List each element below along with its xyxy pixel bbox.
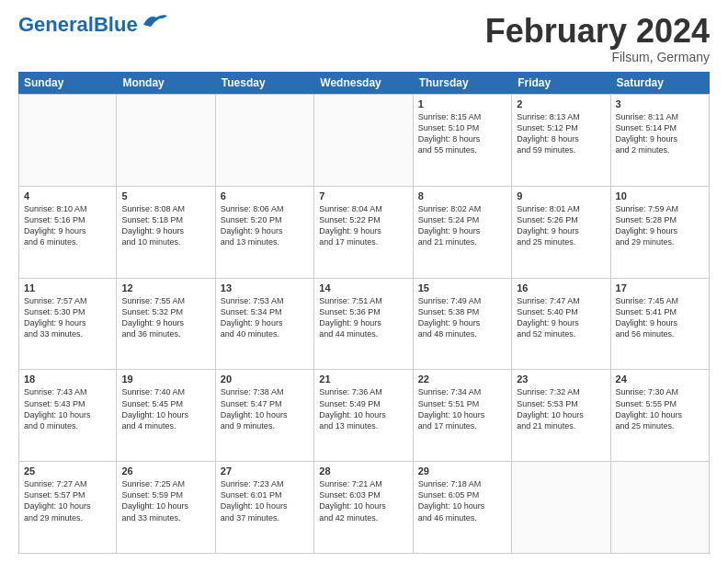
empty-cell xyxy=(216,95,314,186)
logo-blue: Blue xyxy=(94,13,138,36)
logo-general: General xyxy=(18,13,94,36)
day-number: 15 xyxy=(418,282,506,293)
day-info: Sunrise: 7:25 AM Sunset: 5:59 PM Dayligh… xyxy=(121,478,210,523)
header-day-saturday: Saturday xyxy=(611,72,710,94)
calendar-body: 1Sunrise: 8:15 AM Sunset: 5:10 PM Daylig… xyxy=(18,94,710,554)
day-number: 7 xyxy=(319,190,407,201)
day-info: Sunrise: 8:04 AM Sunset: 5:22 PM Dayligh… xyxy=(319,203,407,248)
day-cell-21: 21Sunrise: 7:36 AM Sunset: 5:49 PM Dayli… xyxy=(314,370,413,461)
calendar-row-1: 1Sunrise: 8:15 AM Sunset: 5:10 PM Daylig… xyxy=(18,94,710,187)
day-cell-6: 6Sunrise: 8:06 AM Sunset: 5:20 PM Daylig… xyxy=(216,187,314,278)
day-cell-20: 20Sunrise: 7:38 AM Sunset: 5:47 PM Dayli… xyxy=(216,370,314,461)
day-number: 1 xyxy=(418,98,506,109)
day-info: Sunrise: 8:02 AM Sunset: 5:24 PM Dayligh… xyxy=(418,203,506,248)
day-number: 4 xyxy=(24,190,111,201)
day-number: 8 xyxy=(418,190,506,201)
day-cell-8: 8Sunrise: 8:02 AM Sunset: 5:24 PM Daylig… xyxy=(414,187,512,278)
day-number: 26 xyxy=(121,465,210,477)
day-info: Sunrise: 7:36 AM Sunset: 5:49 PM Dayligh… xyxy=(319,386,407,431)
day-info: Sunrise: 7:45 AM Sunset: 5:41 PM Dayligh… xyxy=(616,295,704,340)
day-info: Sunrise: 7:18 AM Sunset: 6:05 PM Dayligh… xyxy=(418,478,506,523)
day-cell-12: 12Sunrise: 7:55 AM Sunset: 5:32 PM Dayli… xyxy=(117,279,215,370)
day-number: 28 xyxy=(319,465,407,477)
title-block: February 2024 Filsum, Germany xyxy=(485,15,710,64)
day-number: 25 xyxy=(24,465,111,477)
empty-cell xyxy=(314,95,413,186)
header-day-sunday: Sunday xyxy=(18,72,117,94)
day-cell-5: 5Sunrise: 8:08 AM Sunset: 5:18 PM Daylig… xyxy=(117,187,215,278)
day-info: Sunrise: 7:55 AM Sunset: 5:32 PM Dayligh… xyxy=(121,295,210,340)
day-info: Sunrise: 8:15 AM Sunset: 5:10 PM Dayligh… xyxy=(418,111,506,156)
calendar-row-4: 18Sunrise: 7:43 AM Sunset: 5:43 PM Dayli… xyxy=(18,370,710,462)
day-cell-28: 28Sunrise: 7:21 AM Sunset: 6:03 PM Dayli… xyxy=(314,462,413,553)
day-cell-2: 2Sunrise: 8:13 AM Sunset: 5:12 PM Daylig… xyxy=(512,95,610,186)
day-cell-14: 14Sunrise: 7:51 AM Sunset: 5:36 PM Dayli… xyxy=(314,279,413,370)
day-cell-26: 26Sunrise: 7:25 AM Sunset: 5:59 PM Dayli… xyxy=(117,462,215,553)
day-info: Sunrise: 8:13 AM Sunset: 5:12 PM Dayligh… xyxy=(517,111,605,156)
location: Filsum, Germany xyxy=(485,50,710,64)
day-cell-19: 19Sunrise: 7:40 AM Sunset: 5:45 PM Dayli… xyxy=(117,370,215,461)
day-info: Sunrise: 7:27 AM Sunset: 5:57 PM Dayligh… xyxy=(24,478,111,523)
day-cell-18: 18Sunrise: 7:43 AM Sunset: 5:43 PM Dayli… xyxy=(18,370,117,461)
day-number: 17 xyxy=(616,282,704,293)
day-info: Sunrise: 8:08 AM Sunset: 5:18 PM Dayligh… xyxy=(121,203,210,248)
day-info: Sunrise: 7:53 AM Sunset: 5:34 PM Dayligh… xyxy=(221,295,309,340)
empty-cell xyxy=(611,462,710,553)
day-number: 29 xyxy=(418,465,506,477)
day-info: Sunrise: 7:57 AM Sunset: 5:30 PM Dayligh… xyxy=(24,295,111,340)
header: GeneralBlue February 2024 Filsum, German… xyxy=(18,15,710,64)
day-cell-1: 1Sunrise: 8:15 AM Sunset: 5:10 PM Daylig… xyxy=(414,95,512,186)
day-cell-11: 11Sunrise: 7:57 AM Sunset: 5:30 PM Dayli… xyxy=(18,279,117,370)
day-info: Sunrise: 7:47 AM Sunset: 5:40 PM Dayligh… xyxy=(517,295,605,340)
header-day-wednesday: Wednesday xyxy=(314,72,413,94)
header-day-tuesday: Tuesday xyxy=(216,72,314,94)
day-number: 3 xyxy=(616,98,704,109)
day-number: 23 xyxy=(517,373,605,385)
day-info: Sunrise: 7:32 AM Sunset: 5:53 PM Dayligh… xyxy=(517,386,605,431)
header-day-friday: Friday xyxy=(512,72,610,94)
day-number: 5 xyxy=(121,190,210,201)
header-day-monday: Monday xyxy=(117,72,215,94)
calendar-row-5: 25Sunrise: 7:27 AM Sunset: 5:57 PM Dayli… xyxy=(18,462,710,554)
day-cell-7: 7Sunrise: 8:04 AM Sunset: 5:22 PM Daylig… xyxy=(314,187,413,278)
logo-text: GeneralBlue xyxy=(18,15,138,35)
calendar: SundayMondayTuesdayWednesdayThursdayFrid… xyxy=(18,72,710,554)
day-number: 6 xyxy=(221,190,309,201)
header-day-thursday: Thursday xyxy=(414,72,512,94)
day-number: 18 xyxy=(24,373,111,385)
day-info: Sunrise: 7:43 AM Sunset: 5:43 PM Dayligh… xyxy=(24,386,111,431)
day-info: Sunrise: 7:51 AM Sunset: 5:36 PM Dayligh… xyxy=(319,295,407,340)
day-info: Sunrise: 8:06 AM Sunset: 5:20 PM Dayligh… xyxy=(221,203,309,248)
day-number: 16 xyxy=(517,282,605,293)
day-info: Sunrise: 7:40 AM Sunset: 5:45 PM Dayligh… xyxy=(121,386,210,431)
day-info: Sunrise: 7:23 AM Sunset: 6:01 PM Dayligh… xyxy=(221,478,309,523)
day-info: Sunrise: 7:30 AM Sunset: 5:55 PM Dayligh… xyxy=(616,386,704,431)
day-cell-25: 25Sunrise: 7:27 AM Sunset: 5:57 PM Dayli… xyxy=(18,462,117,553)
day-info: Sunrise: 7:21 AM Sunset: 6:03 PM Dayligh… xyxy=(319,478,407,523)
day-cell-4: 4Sunrise: 8:10 AM Sunset: 5:16 PM Daylig… xyxy=(18,187,117,278)
logo: GeneralBlue xyxy=(18,15,169,35)
day-cell-10: 10Sunrise: 7:59 AM Sunset: 5:28 PM Dayli… xyxy=(611,187,710,278)
logo-bird-icon xyxy=(142,12,169,30)
empty-cell xyxy=(117,95,215,186)
day-cell-16: 16Sunrise: 7:47 AM Sunset: 5:40 PM Dayli… xyxy=(512,279,610,370)
day-cell-23: 23Sunrise: 7:32 AM Sunset: 5:53 PM Dayli… xyxy=(512,370,610,461)
calendar-row-2: 4Sunrise: 8:10 AM Sunset: 5:16 PM Daylig… xyxy=(18,187,710,279)
day-number: 10 xyxy=(616,190,704,201)
day-info: Sunrise: 7:59 AM Sunset: 5:28 PM Dayligh… xyxy=(616,203,704,248)
day-info: Sunrise: 7:34 AM Sunset: 5:51 PM Dayligh… xyxy=(418,386,506,431)
day-info: Sunrise: 7:49 AM Sunset: 5:38 PM Dayligh… xyxy=(418,295,506,340)
calendar-row-3: 11Sunrise: 7:57 AM Sunset: 5:30 PM Dayli… xyxy=(18,279,710,371)
day-cell-24: 24Sunrise: 7:30 AM Sunset: 5:55 PM Dayli… xyxy=(611,370,710,461)
day-number: 13 xyxy=(221,282,309,293)
day-cell-13: 13Sunrise: 7:53 AM Sunset: 5:34 PM Dayli… xyxy=(216,279,314,370)
day-info: Sunrise: 8:01 AM Sunset: 5:26 PM Dayligh… xyxy=(517,203,605,248)
calendar-header: SundayMondayTuesdayWednesdayThursdayFrid… xyxy=(18,72,710,94)
day-number: 24 xyxy=(616,373,704,385)
day-number: 14 xyxy=(319,282,407,293)
day-cell-22: 22Sunrise: 7:34 AM Sunset: 5:51 PM Dayli… xyxy=(414,370,512,461)
page: GeneralBlue February 2024 Filsum, German… xyxy=(0,0,728,563)
day-number: 19 xyxy=(121,373,210,385)
day-number: 22 xyxy=(418,373,506,385)
day-cell-17: 17Sunrise: 7:45 AM Sunset: 5:41 PM Dayli… xyxy=(611,279,710,370)
